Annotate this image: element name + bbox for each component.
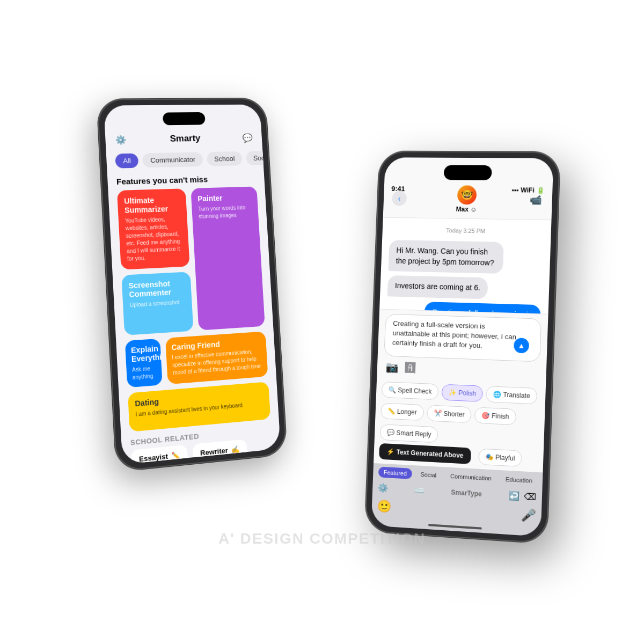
tooltip-label: Text Generated Above [397,448,464,459]
card-painter-title: Painter [197,193,252,203]
card-painter-desc: Turn your words into stunning images [198,204,252,221]
settings-icon[interactable]: ⚙️ [114,133,128,146]
front-power-button [554,239,558,288]
essayist-label: Essayist [139,452,169,464]
rewriter-label: Rewriter [200,447,228,457]
features-grid: Ultimate Summarizer YouTube videos, webs… [108,186,273,336]
contact-suffix: ☺ [470,206,477,213]
longer-btn[interactable]: 📏 Longer [380,402,424,421]
back-phone-screen: ⚙️ Smarty 💬 All Communicator School Soci… [104,105,281,465]
front-volume-up-button [374,236,377,268]
volume-down-button [103,238,107,271]
kb-settings-icon[interactable]: ⚙️ [378,482,389,493]
kb-brand-name: SmarType [451,488,482,498]
status-bar: 9:41 ▪▪▪ WiFi 🔋 [391,185,545,194]
polish-emoji: ✨ [449,389,459,397]
microphone-icon[interactable]: 🎤 [521,508,536,523]
phone-back: ⚙️ Smarty 💬 All Communicator School Soci… [97,98,287,472]
volume-up-button [101,200,105,233]
finish-btn[interactable]: 🎯 Finish [474,407,516,425]
watermark: A' DESIGN COMPETITION [218,530,426,547]
tooltip-icon: ⚡ [386,448,394,456]
smart-reply-btn[interactable]: 💬 Smart Reply [379,424,438,443]
mute-button [100,175,103,195]
polish-label: Polish [458,389,476,397]
tab-social[interactable]: Social Network [246,150,264,165]
front-phone-screen: 9:41 ▪▪▪ WiFi 🔋 ‹ 🤓 Max [371,157,554,537]
kb-cat-featured[interactable]: Featured [378,466,412,479]
translate-btn[interactable]: 🌐 Translate [486,386,538,404]
card-caring-desc: I excel in effective communication, spec… [172,348,262,377]
card-explain[interactable]: Explain Everything Ask me anything [125,338,163,387]
playful-btn[interactable]: 🎭 Playful [478,448,522,467]
scene: ⚙️ Smarty 💬 All Communicator School Soci… [80,54,564,590]
tooltip-text-generated: ⚡ Text Generated Above [379,443,471,464]
app-title: Smarty [170,133,201,144]
battery-icon: 🔋 [537,186,545,194]
home-indicator [428,524,482,530]
back-chevron-icon: ‹ [398,194,401,203]
msg-received-1: Hi Mr. Wang. Can you finish the project … [388,240,503,274]
card-summarizer-desc: YouTube videos, websites, articles, scre… [125,215,183,263]
essayist-icon: ✏️ [171,451,180,460]
back-arrow[interactable]: ‹ [392,191,407,206]
spell-check-btn[interactable]: 🔍 Spell Check [381,382,438,400]
front-volume-down-button [372,268,376,299]
compose-input-box[interactable]: Creating a full-scale version is unattai… [384,314,541,362]
kb-keyboard-icon[interactable]: ⌨️ [414,485,425,495]
rewriter-icon: ✍️ [231,445,240,455]
dynamic-island-front [444,165,492,180]
kb-cat-education[interactable]: Education [500,473,538,486]
front-mute-button [375,215,378,233]
status-icons: ▪▪▪ WiFi 🔋 [511,186,545,194]
card-explain-title: Explain Everything [131,344,156,364]
contact-name: Max ☺ [456,206,477,213]
tab-communicator[interactable]: Communicator [142,152,203,167]
kb-delete-icon[interactable]: ⌫ [524,491,537,502]
polish-btn[interactable]: ✨ Polish [442,384,484,402]
phone-front: 9:41 ▪▪▪ WiFi 🔋 ‹ 🤓 Max [364,151,560,544]
card-summarizer-title: Ultimate Summarizer [124,195,180,215]
signal-icon: ▪▪▪ [511,186,518,194]
video-call-icon[interactable]: 📹 [528,193,544,208]
shorter-btn[interactable]: ✂️ Shorter [427,405,472,423]
power-button [270,192,275,239]
send-button[interactable]: ▲ [514,338,529,353]
kb-cat-communication[interactable]: Communication [445,470,497,484]
camera-icon[interactable]: 📷 [385,361,399,374]
compose-text[interactable]: Creating a full-scale version is unattai… [392,319,517,352]
kb-cat-social[interactable]: Social [415,469,442,481]
status-time: 9:41 [391,185,405,193]
card-screenshot-title: Screenshot Commenter [128,278,185,299]
card-explain-desc: Ask me anything [132,364,157,382]
chat-icon[interactable]: 💬 [241,131,254,144]
card-summarizer[interactable]: Ultimate Summarizer YouTube videos, webs… [117,188,190,269]
message-area: Today 3:25 PM Hi Mr. Wang. Can you finis… [379,218,551,314]
compose-toolbar: 📷 🅰 [383,360,540,380]
kb-action-icons: ↩️ ⌫ [508,491,537,502]
card-screenshot[interactable]: Screenshot Commenter Upload a screenshot [121,272,193,335]
wifi-icon: WiFi [521,186,535,194]
message-timestamp: Today 3:25 PM [390,226,544,236]
compose-area: Creating a full-scale version is unattai… [377,309,548,385]
smarty-header: ⚙️ Smarty 💬 [104,105,262,151]
kb-cat-more[interactable]: Wo... [541,475,543,488]
card-caring[interactable]: Caring Friend I excel in effective commu… [165,331,268,384]
apps-icon[interactable]: 🅰 [405,362,415,375]
emoji-smiley-icon[interactable]: 🙂 [377,499,391,514]
msg-received-2: Investors are coming at 6. [387,275,488,299]
card-screenshot-desc: Upload a screenshot [129,298,186,309]
dynamic-island-back [163,112,206,125]
tab-all[interactable]: All [115,153,139,169]
tab-school[interactable]: School [207,151,243,166]
kb-undo-icon[interactable]: ↩️ [508,491,519,502]
card-painter[interactable]: Painter Turn your words into stunning im… [191,186,265,330]
